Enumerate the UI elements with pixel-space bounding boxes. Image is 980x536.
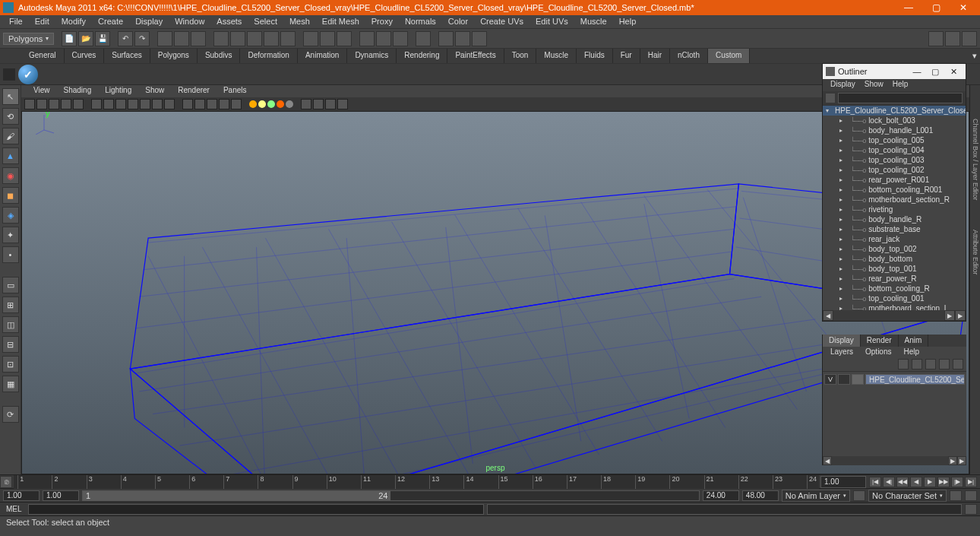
vp-xray-joints-button[interactable] (325, 99, 336, 109)
command-input[interactable] (28, 504, 484, 515)
shelf-tab-fur[interactable]: Fur (613, 49, 640, 63)
two-pane-stack-button[interactable]: ⊟ (2, 336, 19, 353)
custom-pane-button[interactable]: ▦ (2, 376, 19, 392)
outliner-tree[interactable]: ▾HPE_Cloudline_CL5200_Server_Closed▸└──o… (823, 105, 966, 310)
side-tab-channel-box-layer-editor[interactable]: Channel Box / Layer Editor (972, 116, 979, 204)
minimize-button[interactable]: — (895, 0, 922, 15)
range-end-field[interactable]: 24.00 (703, 490, 739, 501)
shelf-tab-general[interactable]: General (21, 49, 65, 63)
undo-button[interactable]: ↶ (118, 31, 133, 46)
construction-history-button[interactable] (337, 31, 352, 46)
outliner-item[interactable]: ▸└──o top_cooling_002 (823, 165, 966, 175)
shelf-custom-icon[interactable]: ✓ (18, 65, 38, 84)
layer-btn-1[interactable] (898, 359, 909, 369)
layer-name[interactable]: HPE_Cloudline_CL5200_Server_Close (865, 374, 965, 385)
vp-light4-button[interactable] (277, 100, 284, 108)
vp-light3-button[interactable] (267, 100, 275, 108)
lasso-tool[interactable]: ⟲ (2, 108, 19, 125)
time-ruler[interactable]: 123456789101112131415161718192021222324 (14, 475, 819, 489)
vp-smooth-shade-button[interactable] (194, 99, 205, 109)
outliner-maximize-button[interactable]: ▢ (926, 67, 944, 77)
soft-mod-tool[interactable]: ✦ (2, 227, 19, 243)
autokey-button[interactable] (950, 490, 962, 501)
vp-2d-pan-button[interactable] (73, 99, 84, 109)
select-by-hierarchy-button[interactable] (157, 31, 172, 46)
outliner-item[interactable]: ▸└──o body_bottom (823, 254, 966, 264)
viewport-menu-view[interactable]: View (27, 85, 56, 97)
snap-curve-button[interactable] (230, 31, 245, 46)
vp-bookmark-button[interactable] (49, 99, 59, 109)
outliner-item[interactable]: ▸└──o motherboard_section_L (823, 303, 966, 310)
outliner-menu-help[interactable]: Help (888, 79, 913, 91)
move-tool[interactable]: ▲ (2, 147, 19, 164)
vp-gate-mask-button[interactable] (128, 99, 138, 109)
menu-edit[interactable]: Edit (29, 15, 55, 28)
outliner-item[interactable]: ▸└──o rear_power_R (823, 274, 966, 284)
vp-lights-button[interactable] (219, 99, 229, 109)
manipulator-tool[interactable]: ◈ (2, 207, 19, 224)
menu-normals[interactable]: Normals (399, 15, 442, 28)
inputs-button[interactable] (303, 31, 318, 46)
vp-safe-title-button[interactable] (164, 99, 175, 109)
shelf-tab-muscle[interactable]: Muscle (536, 49, 577, 63)
vp-light2-button[interactable] (258, 100, 266, 108)
anim-end-field[interactable]: 48.00 (742, 490, 779, 501)
layer-btn-2[interactable] (912, 359, 922, 369)
ui-element-1-button[interactable] (928, 31, 944, 46)
outliner-close-button[interactable]: ✕ (944, 67, 963, 77)
outliner-hscroll[interactable]: ◀ ▶ ▶ (823, 310, 966, 321)
vp-wireframe-button[interactable] (182, 99, 193, 109)
vp-xray-button[interactable] (313, 99, 324, 109)
menu-edit-mesh[interactable]: Edit Mesh (316, 15, 365, 28)
vp-light5-button[interactable] (286, 100, 293, 108)
range-thumb[interactable]: 124 (83, 491, 390, 500)
vp-field-chart-button[interactable] (140, 99, 150, 109)
shelf-menu-button[interactable]: ▾ (969, 49, 980, 63)
play-forward-button[interactable]: ▶ (924, 477, 936, 487)
anim-layer-button[interactable] (853, 490, 865, 501)
shelf-tab-fluids[interactable]: Fluids (577, 49, 613, 63)
outliner-item[interactable]: ▸└──o top_cooling_004 (823, 145, 966, 155)
vp-lock-camera-button[interactable] (36, 99, 47, 109)
open-scene-button[interactable]: 📂 (78, 31, 93, 46)
new-scene-button[interactable]: 📄 (62, 31, 77, 46)
menu-edit-uvs[interactable]: Edit UVs (530, 15, 574, 28)
two-pane-side-button[interactable]: ◫ (2, 316, 19, 333)
snap-grid-button[interactable] (213, 31, 229, 46)
render-settings-button[interactable] (393, 31, 408, 46)
step-back-key-button[interactable]: ◀| (883, 477, 895, 487)
outliner-item[interactable]: ▸└──o body_top_002 (823, 244, 966, 254)
outliner-scroll-left[interactable]: ◀ (823, 310, 833, 321)
shelf-tab-subdivs[interactable]: Subdivs (198, 49, 241, 63)
outliner-item[interactable]: ▸└──o body_handle_R (823, 214, 966, 224)
layer-type-cell[interactable] (838, 374, 850, 385)
viewport-menu-renderer[interactable]: Renderer (172, 85, 216, 97)
shelf-tab-polygons[interactable]: Polygons (150, 49, 198, 63)
menu-help[interactable]: Help (613, 15, 643, 28)
vp-light1-button[interactable] (249, 100, 257, 108)
vp-textured-button[interactable] (207, 99, 217, 109)
viewport-menu-panels[interactable]: Panels (217, 85, 253, 97)
ui-element-3-button[interactable] (962, 31, 977, 46)
outliner-item[interactable]: ▸└──o riveting (823, 205, 966, 214)
outliner-item[interactable]: ▸└──o bottom_cooling_R (823, 284, 966, 293)
menu-modify[interactable]: Modify (55, 15, 92, 28)
layer-color-swatch[interactable] (852, 374, 864, 385)
step-forward-key-button[interactable]: |▶ (951, 477, 963, 487)
layer-row[interactable]: V HPE_Cloudline_CL5200_Server_Close (824, 373, 965, 385)
outliner-search-input[interactable] (838, 93, 963, 103)
shelf-tab-painteffects[interactable]: PaintEffects (447, 49, 504, 63)
vp-image-plane-button[interactable] (61, 99, 71, 109)
snap-live-button[interactable] (280, 31, 296, 46)
redo-button[interactable]: ↷ (134, 31, 150, 46)
outliner-item[interactable]: ▸└──o top_cooling_005 (823, 135, 966, 145)
layer-menu-layers[interactable]: Layers (826, 347, 858, 357)
show-attribute-button[interactable] (472, 31, 487, 46)
menu-window[interactable]: Window (169, 15, 210, 28)
layer-menu-help[interactable]: Help (899, 347, 924, 357)
paint-select-tool[interactable]: 🖌 (2, 128, 19, 144)
vp-film-gate-button[interactable] (103, 99, 114, 109)
range-track[interactable]: 124 (82, 490, 700, 501)
menu-create-uvs[interactable]: Create UVs (474, 15, 530, 28)
current-frame-field[interactable]: 1.00 (820, 476, 866, 488)
